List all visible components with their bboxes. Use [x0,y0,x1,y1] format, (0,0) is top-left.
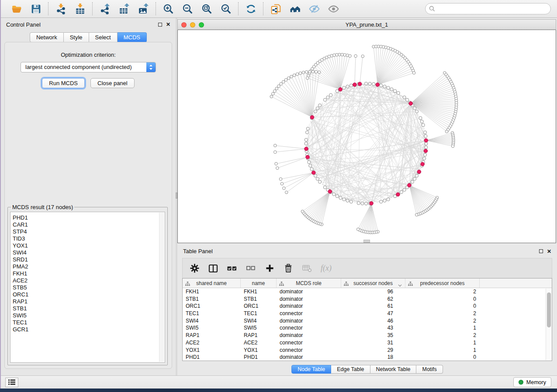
table-cell: 2 [405,317,480,325]
column-header[interactable]: successor nodes [341,279,405,288]
mcds-result-item[interactable]: SWI4 [13,249,165,256]
close-panel-button[interactable]: Close panel [90,78,135,88]
mcds-result-list[interactable]: PHD1CAR1STP4TID3YOX1SWI4SRD1PMA2FKH1ACE2… [10,212,165,363]
mcds-result-item[interactable]: GCR1 [13,326,165,333]
duplicate-network-icon[interactable] [270,3,282,15]
table-cell: 2 [405,310,480,317]
tab-mcds[interactable]: MCDS [118,32,147,42]
table-panel-title: Table Panel [183,248,213,254]
import-network-icon[interactable] [55,3,67,15]
window-close-light[interactable] [181,22,187,28]
mcds-result-item[interactable]: TID3 [13,235,165,242]
table-row[interactable]: ACE2ACE2connector311 [183,339,552,347]
mcds-result-item[interactable]: ORC1 [13,291,165,298]
close-icon[interactable]: ✕ [547,249,551,254]
mcds-result-item[interactable]: STB5 [13,284,165,291]
refresh-icon[interactable] [245,3,257,15]
mcds-result-item[interactable]: PHD1 [13,214,165,221]
column-header[interactable]: predecessor nodes [405,279,480,288]
table-row[interactable]: ORC1ORC1dominator610 [183,303,552,310]
tab-node-table[interactable]: Node Table [291,365,331,374]
float-window-icon[interactable] [158,23,162,27]
delete-column-icon[interactable] [283,263,294,274]
run-mcds-button[interactable]: Run MCDS [42,78,85,88]
export-image-icon[interactable] [137,3,149,15]
horizontal-splitter-handle[interactable] [363,240,370,243]
search-input[interactable] [437,4,550,13]
add-column-icon[interactable] [264,263,275,274]
table-row[interactable]: SWI5SWI5connector431 [183,324,552,332]
table-cell: PHD1 [241,354,277,361]
network-view[interactable] [177,30,556,243]
toggle-columns-icon[interactable] [208,263,218,274]
mcds-result-item[interactable]: RAP1 [13,298,165,305]
zoom-fit-icon[interactable] [201,3,213,15]
tab-edge-table[interactable]: Edge Table [331,365,370,374]
export-table-icon[interactable] [118,3,130,15]
hide-selected-icon[interactable] [308,3,320,15]
save-session-icon[interactable] [30,3,42,15]
tab-network[interactable]: Network [30,32,64,42]
zoom-selected-icon[interactable] [220,3,232,15]
scrollbar-thumb[interactable] [547,292,551,327]
table-cell: dominator [277,317,341,325]
table-cell: 29 [341,347,405,354]
table-row[interactable]: SWI4SWI4dominator462 [183,317,552,325]
table-row[interactable]: YOX1YOX1connector291 [183,347,552,354]
column-type-icon [408,281,413,287]
table-cell: TEC1 [183,310,241,317]
table-row[interactable]: PHD1PHD1dominator180 [183,354,552,361]
mcds-result-item[interactable]: STB1 [13,305,165,312]
mcds-result-item[interactable]: CAR1 [13,221,165,228]
table-cell: RAP1 [241,332,277,339]
column-header[interactable]: shared name [183,279,241,288]
tab-motifs[interactable]: Motifs [416,365,443,374]
mcds-result-item[interactable]: SWI5 [13,312,165,319]
task-history-button[interactable] [5,378,18,387]
table-cell: 1 [405,324,480,332]
table-cell: 1 [405,347,480,354]
show-all-icon[interactable] [327,3,339,15]
tab-network-table[interactable]: Network Table [370,365,417,374]
function-builder-icon-disabled: f(x) [321,264,332,273]
memory-button[interactable]: Memory [513,377,551,387]
table-row[interactable]: STB1STB1dominator620 [183,296,552,303]
table-cell: 0 [405,354,480,361]
open-file-icon[interactable] [10,3,23,15]
mcds-result-item[interactable]: TEC1 [13,319,165,326]
close-icon[interactable]: ✕ [166,22,170,27]
mcds-result-item[interactable]: PMA2 [13,263,165,270]
table-scrollbar[interactable] [546,289,552,360]
float-window-icon[interactable] [539,249,543,253]
first-neighbors-icon[interactable] [289,3,301,15]
table-settings-gear-icon[interactable] [189,263,200,274]
mcds-result-item[interactable]: YOX1 [13,242,165,249]
mcds-result-item[interactable]: ACE2 [13,277,165,284]
tab-select[interactable]: Select [89,32,118,42]
import-table-icon[interactable] [74,3,86,15]
desktop-edge [0,0,1,389]
tab-style[interactable]: Style [64,32,89,42]
table-row[interactable]: RAP1RAP1dominator352 [183,332,552,339]
zoom-out-icon[interactable] [181,3,194,15]
table-body: FKH1FKH1dominator962STB1STB1dominator620… [183,288,552,361]
network-canvas[interactable] [178,30,556,243]
window-minimize-light[interactable] [190,22,195,28]
mcds-result-item[interactable]: STP4 [13,228,165,235]
search-field[interactable] [425,3,551,14]
network-window-titlebar[interactable]: YPA_prune.txt_1 [177,19,556,30]
select-all-icon[interactable] [227,263,237,274]
column-header[interactable]: MCDS role [277,279,341,288]
window-zoom-light[interactable] [199,22,204,28]
delete-table-icon-disabled [302,263,312,274]
mcds-result-item[interactable]: FKH1 [13,270,165,277]
mcds-result-item[interactable]: SRD1 [13,256,165,263]
export-network-icon[interactable] [99,3,111,15]
table-row[interactable]: FKH1FKH1dominator962 [183,288,552,296]
column-header[interactable]: name [241,279,277,288]
criterion-dropdown[interactable]: largest connected component (undirected) [21,62,156,72]
deselect-all-icon[interactable] [246,263,256,274]
table-row[interactable]: TEC1TEC1connector472 [183,310,552,317]
zoom-in-icon[interactable] [162,3,174,15]
table-cell: 46 [341,317,405,325]
